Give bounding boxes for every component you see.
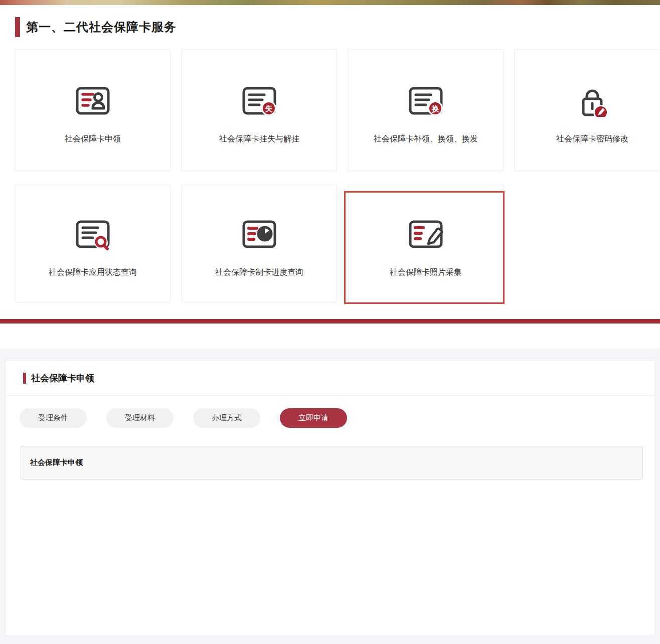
card-label: 社会保障卡制卡进度查询 [215,267,303,278]
card-search-icon [75,218,111,250]
badge-char: 换 [431,104,439,113]
card-label: 社会保障卡补领、换领、换发 [374,134,478,144]
detail-panel: 社会保障卡申领 受理条件 受理材料 办理方式 立即申请 社会保障卡申领 [5,360,655,635]
tab-handling-method[interactable]: 办理方式 [193,408,260,428]
panel-title-accent-bar [23,373,26,384]
panel-content-box: 社会保障卡申领 [21,446,643,479]
panel-title: 社会保障卡申领 [31,372,94,384]
card-badge-replace-icon: 换 [408,85,444,117]
section-title: 第一、二代社会保障卡服务 [26,19,177,35]
detail-tabs: 受理条件 受理材料 办理方式 立即申请 [6,408,654,428]
section-title-accent-bar [15,17,20,37]
tab-accept-materials[interactable]: 受理材料 [106,408,174,428]
card-social-card-progress-query[interactable]: 社会保障卡制卡进度查询 [182,185,337,302]
tab-apply-now[interactable]: 立即申请 [280,408,347,428]
detail-area: 社会保障卡申领 受理条件 受理材料 办理方式 立即申请 社会保障卡申领 [0,349,660,644]
tab-accept-conditions[interactable]: 受理条件 [20,408,87,428]
lock-edit-icon [574,85,610,117]
id-card-person-icon [75,85,111,117]
card-label: 社会保障卡挂失与解挂 [219,134,299,144]
section-divider [0,319,660,324]
card-social-card-photo-collect[interactable]: 社会保障卡照片采集 [348,185,504,302]
card-label: 社会保障卡应用状态查询 [49,267,137,278]
services-grid-row-2: 社会保障卡应用状态查询 社会保障卡制卡进度查询 [15,185,660,302]
header-photo-strip [0,0,660,5]
card-social-card-replace[interactable]: 换 社会保障卡补领、换领、换发 [348,49,504,171]
card-progress-icon [241,218,277,250]
services-section-header: 第一、二代社会保障卡服务 [15,17,660,37]
badge-char: 失 [265,104,273,113]
card-label: 社会保障卡申领 [65,134,121,144]
services-section: 第一、二代社会保障卡服务 社会保障卡申领 [0,17,660,302]
content-heading: 社会保障卡申领 [30,458,83,467]
card-edit-icon [408,218,444,250]
card-social-card-password[interactable]: 社会保障卡密码修改 [515,49,660,171]
card-label: 社会保障卡照片采集 [390,267,462,278]
card-badge-loss-icon: 失 [241,85,277,117]
card-social-card-loss-report[interactable]: 失 社会保障卡挂失与解挂 [182,49,337,171]
card-social-card-status-query[interactable]: 社会保障卡应用状态查询 [15,185,171,302]
services-grid-row-1: 社会保障卡申领 失 社会保障卡挂失与解挂 [15,49,660,171]
detail-panel-header: 社会保障卡申领 [6,361,654,396]
card-social-card-apply[interactable]: 社会保障卡申领 [15,49,171,171]
card-label: 社会保障卡密码修改 [556,134,628,144]
